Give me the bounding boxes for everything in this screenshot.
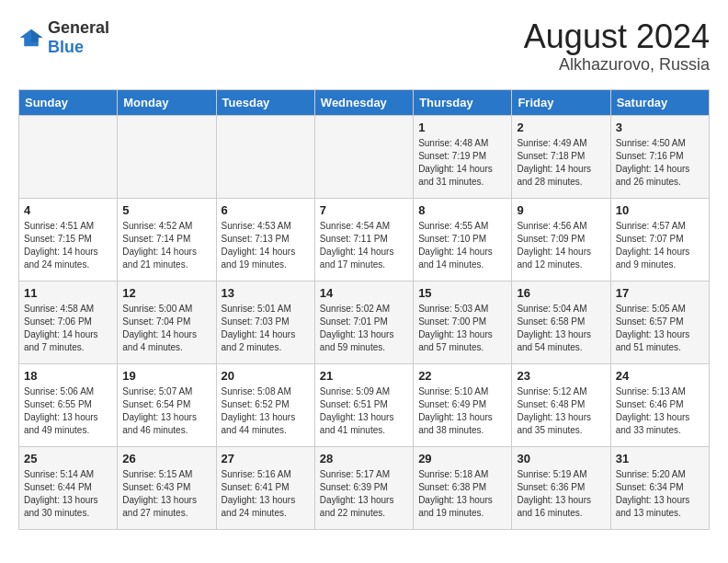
- day-info: Sunrise: 5:19 AM Sunset: 6:36 PM Dayligh…: [517, 468, 605, 520]
- day-info: Sunrise: 4:54 AM Sunset: 7:11 PM Dayligh…: [320, 220, 408, 271]
- day-number: 25: [24, 452, 112, 465]
- calendar-cell: 11Sunrise: 4:58 AM Sunset: 7:06 PM Dayli…: [19, 281, 118, 363]
- day-info: Sunrise: 4:51 AM Sunset: 7:15 PM Dayligh…: [24, 220, 112, 271]
- logo-icon: [18, 28, 44, 48]
- day-info: Sunrise: 5:12 AM Sunset: 6:48 PM Dayligh…: [517, 385, 605, 437]
- calendar-cell: 20Sunrise: 5:08 AM Sunset: 6:52 PM Dayli…: [216, 363, 314, 446]
- day-number: 1: [418, 121, 506, 134]
- day-number: 4: [24, 203, 112, 217]
- day-number: 23: [517, 369, 605, 383]
- day-number: 31: [616, 452, 704, 465]
- calendar-cell: [314, 115, 413, 198]
- day-header-friday: Friday: [512, 89, 610, 115]
- day-header-thursday: Thursday: [414, 89, 512, 115]
- day-info: Sunrise: 4:50 AM Sunset: 7:16 PM Dayligh…: [616, 137, 704, 189]
- week-row-2: 4Sunrise: 4:51 AM Sunset: 7:15 PM Daylig…: [19, 198, 710, 281]
- day-info: Sunrise: 5:09 AM Sunset: 6:51 PM Dayligh…: [320, 385, 408, 437]
- calendar-cell: 19Sunrise: 5:07 AM Sunset: 6:54 PM Dayli…: [118, 363, 216, 446]
- day-info: Sunrise: 5:20 AM Sunset: 6:34 PM Dayligh…: [616, 468, 704, 520]
- title-block: August 2024 Alkhazurovo, Russia: [524, 18, 710, 75]
- day-number: 29: [418, 452, 506, 465]
- day-number: 8: [418, 203, 506, 217]
- calendar-cell: [118, 115, 216, 198]
- week-row-4: 18Sunrise: 5:06 AM Sunset: 6:55 PM Dayli…: [19, 363, 710, 446]
- day-number: 30: [517, 452, 605, 465]
- day-header-monday: Monday: [118, 89, 216, 115]
- day-info: Sunrise: 4:53 AM Sunset: 7:13 PM Dayligh…: [222, 220, 310, 271]
- day-number: 24: [616, 369, 704, 383]
- day-header-saturday: Saturday: [610, 89, 709, 115]
- day-info: Sunrise: 5:03 AM Sunset: 7:00 PM Dayligh…: [418, 303, 506, 354]
- calendar-cell: 14Sunrise: 5:02 AM Sunset: 7:01 PM Dayli…: [314, 281, 413, 363]
- day-info: Sunrise: 5:15 AM Sunset: 6:43 PM Dayligh…: [122, 468, 210, 520]
- day-info: Sunrise: 5:02 AM Sunset: 7:01 PM Dayligh…: [320, 303, 408, 354]
- calendar-cell: 2Sunrise: 4:49 AM Sunset: 7:18 PM Daylig…: [512, 115, 610, 198]
- calendar-cell: 9Sunrise: 4:56 AM Sunset: 7:09 PM Daylig…: [512, 198, 610, 281]
- logo-blue-text: Blue: [48, 38, 84, 56]
- day-number: 22: [418, 369, 506, 383]
- day-info: Sunrise: 4:56 AM Sunset: 7:09 PM Dayligh…: [517, 220, 605, 271]
- calendar-cell: 24Sunrise: 5:13 AM Sunset: 6:46 PM Dayli…: [610, 363, 709, 446]
- day-info: Sunrise: 5:10 AM Sunset: 6:49 PM Dayligh…: [418, 385, 506, 437]
- calendar-cell: 10Sunrise: 4:57 AM Sunset: 7:07 PM Dayli…: [610, 198, 709, 281]
- day-number: 10: [616, 203, 704, 217]
- calendar-cell: 12Sunrise: 5:00 AM Sunset: 7:04 PM Dayli…: [118, 281, 216, 363]
- day-info: Sunrise: 5:17 AM Sunset: 6:39 PM Dayligh…: [320, 468, 408, 520]
- day-number: 2: [517, 121, 605, 134]
- day-info: Sunrise: 5:06 AM Sunset: 6:55 PM Dayligh…: [24, 385, 112, 437]
- calendar-cell: 29Sunrise: 5:18 AM Sunset: 6:38 PM Dayli…: [414, 446, 512, 529]
- week-row-5: 25Sunrise: 5:14 AM Sunset: 6:44 PM Dayli…: [19, 446, 710, 529]
- day-number: 21: [320, 369, 408, 383]
- day-info: Sunrise: 5:14 AM Sunset: 6:44 PM Dayligh…: [24, 468, 112, 520]
- day-header-wednesday: Wednesday: [314, 89, 413, 115]
- day-number: 28: [320, 452, 408, 465]
- calendar-cell: 28Sunrise: 5:17 AM Sunset: 6:39 PM Dayli…: [314, 446, 413, 529]
- day-info: Sunrise: 5:00 AM Sunset: 7:04 PM Dayligh…: [122, 303, 210, 354]
- calendar-cell: 18Sunrise: 5:06 AM Sunset: 6:55 PM Dayli…: [19, 363, 118, 446]
- calendar-cell: 31Sunrise: 5:20 AM Sunset: 6:34 PM Dayli…: [610, 446, 709, 529]
- day-number: 14: [320, 286, 408, 300]
- day-number: 26: [122, 452, 210, 465]
- day-info: Sunrise: 5:16 AM Sunset: 6:41 PM Dayligh…: [222, 468, 310, 520]
- day-number: 9: [517, 203, 605, 217]
- day-number: 15: [418, 286, 506, 300]
- svg-marker-1: [31, 29, 42, 42]
- calendar-cell: 6Sunrise: 4:53 AM Sunset: 7:13 PM Daylig…: [216, 198, 314, 281]
- calendar-cell: 23Sunrise: 5:12 AM Sunset: 6:48 PM Dayli…: [512, 363, 610, 446]
- calendar-cell: 16Sunrise: 5:04 AM Sunset: 6:58 PM Dayli…: [512, 281, 610, 363]
- day-info: Sunrise: 5:18 AM Sunset: 6:38 PM Dayligh…: [418, 468, 506, 520]
- day-number: 18: [24, 369, 112, 383]
- calendar-table: SundayMondayTuesdayWednesdayThursdayFrid…: [18, 89, 710, 530]
- calendar-cell: 13Sunrise: 5:01 AM Sunset: 7:03 PM Dayli…: [216, 281, 314, 363]
- calendar-cell: 26Sunrise: 5:15 AM Sunset: 6:43 PM Dayli…: [118, 446, 216, 529]
- week-row-3: 11Sunrise: 4:58 AM Sunset: 7:06 PM Dayli…: [19, 281, 710, 363]
- day-info: Sunrise: 5:01 AM Sunset: 7:03 PM Dayligh…: [222, 303, 310, 354]
- day-number: 5: [122, 203, 210, 217]
- calendar-cell: [19, 115, 118, 198]
- day-number: 12: [122, 286, 210, 300]
- day-number: 11: [24, 286, 112, 300]
- day-info: Sunrise: 4:49 AM Sunset: 7:18 PM Dayligh…: [517, 137, 605, 189]
- calendar-cell: 15Sunrise: 5:03 AM Sunset: 7:00 PM Dayli…: [414, 281, 512, 363]
- week-row-1: 1Sunrise: 4:48 AM Sunset: 7:19 PM Daylig…: [19, 115, 710, 198]
- day-info: Sunrise: 4:55 AM Sunset: 7:10 PM Dayligh…: [418, 220, 506, 271]
- day-number: 13: [222, 286, 310, 300]
- day-number: 27: [222, 452, 310, 465]
- location-subtitle: Alkhazurovo, Russia: [524, 55, 710, 75]
- calendar-cell: 22Sunrise: 5:10 AM Sunset: 6:49 PM Dayli…: [414, 363, 512, 446]
- day-header-tuesday: Tuesday: [216, 89, 314, 115]
- day-number: 16: [517, 286, 605, 300]
- day-info: Sunrise: 5:08 AM Sunset: 6:52 PM Dayligh…: [222, 385, 310, 437]
- day-number: 19: [122, 369, 210, 383]
- page-header: General Blue August 2024 Alkhazurovo, Ru…: [18, 18, 710, 75]
- calendar-cell: [216, 115, 314, 198]
- calendar-cell: 7Sunrise: 4:54 AM Sunset: 7:11 PM Daylig…: [314, 198, 413, 281]
- calendar-cell: 17Sunrise: 5:05 AM Sunset: 6:57 PM Dayli…: [610, 281, 709, 363]
- day-number: 20: [222, 369, 310, 383]
- day-info: Sunrise: 5:05 AM Sunset: 6:57 PM Dayligh…: [616, 303, 704, 354]
- day-number: 17: [616, 286, 704, 300]
- day-info: Sunrise: 5:04 AM Sunset: 6:58 PM Dayligh…: [517, 303, 605, 354]
- calendar-cell: 8Sunrise: 4:55 AM Sunset: 7:10 PM Daylig…: [414, 198, 512, 281]
- calendar-cell: 21Sunrise: 5:09 AM Sunset: 6:51 PM Dayli…: [314, 363, 413, 446]
- day-number: 7: [320, 203, 408, 217]
